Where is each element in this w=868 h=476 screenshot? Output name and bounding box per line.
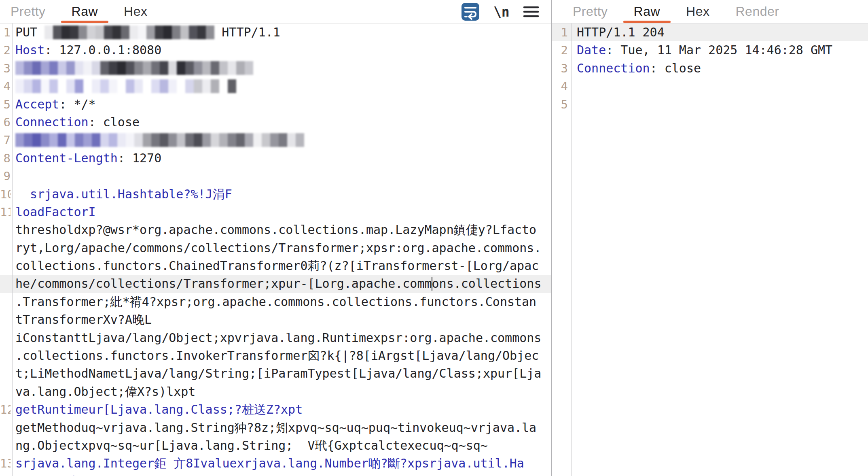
- line-number: 5: [0, 96, 11, 113]
- editor-row[interactable]: 8Content-Length: 1270: [0, 149, 551, 167]
- request-editor[interactable]: 1PUT HTTP/1.12Host: 127.0.0.1:8080345Acc…: [0, 23, 551, 476]
- line-text: [571, 96, 577, 113]
- line-text: loadFactorI: [12, 203, 96, 221]
- line-number: [0, 239, 11, 257]
- editor-row[interactable]: 9: [0, 167, 551, 185]
- editor-row[interactable]: collections.functors.ChainedTransformer0…: [0, 257, 551, 275]
- line-number: 4: [0, 77, 11, 95]
- newline-chars-icon[interactable]: \n: [493, 4, 510, 20]
- tab-pretty-response[interactable]: Pretty: [562, 0, 618, 23]
- line-number: [0, 293, 11, 311]
- response-tabbar: Pretty Raw Hex Render: [552, 0, 868, 23]
- editor-row[interactable]: t;LiMethodNametLjava/lang/String;[iParam…: [0, 365, 551, 382]
- editor-row[interactable]: getMethoduq~vrjava.lang.String狆?8z;矧xpvq…: [0, 419, 551, 437]
- editor-row[interactable]: iConstanttLjava/lang/Object;xpvrjava.lan…: [0, 329, 551, 347]
- tab-render-response[interactable]: Render: [725, 0, 790, 23]
- line-number: 3: [0, 60, 11, 77]
- line-number: 7: [0, 131, 11, 149]
- line-number: [0, 221, 11, 239]
- line-text: Date: Tue, 11 Mar 2025 14:46:28 GMT: [571, 41, 832, 59]
- line-number: [0, 437, 11, 455]
- line-text: Connection: close: [571, 60, 701, 77]
- line-text: [571, 77, 577, 95]
- editor-row[interactable]: he/commons/collections/Transformer;xpur-…: [0, 275, 551, 293]
- line-text: collections.functors.ChainedTransformer0…: [12, 257, 539, 275]
- line-text: va.lang.Object;偉X?s)lxpt: [12, 383, 195, 401]
- gutter-separator: [12, 23, 13, 476]
- line-number: 1: [0, 23, 11, 41]
- tab-hex-request[interactable]: Hex: [113, 0, 158, 23]
- line-number: 3: [552, 60, 568, 77]
- line-number: [0, 347, 11, 365]
- word-wrap-icon[interactable]: [461, 2, 480, 21]
- line-number: [0, 365, 11, 382]
- tab-raw-response[interactable]: Raw: [623, 0, 671, 23]
- editor-row[interactable]: 13srjava.lang.Integer鉅 亣8Ivaluexrjava.la…: [0, 455, 551, 472]
- line-text: .collections.functors.InvokerTransformer…: [12, 347, 539, 365]
- line-text: tTransformerXv?A晚L: [12, 311, 152, 329]
- editor-row[interactable]: 1HTTP/1.1 204: [552, 23, 868, 41]
- line-text: iConstanttLjava/lang/Object;xpvrjava.lan…: [12, 329, 541, 347]
- line-text: .Transformer;紕*褙4?xpsr;org.apache.common…: [12, 293, 536, 311]
- editor-row[interactable]: 4: [552, 77, 868, 95]
- line-number: 6: [0, 113, 11, 131]
- line-number: [0, 311, 11, 329]
- editor-row[interactable]: tTransformerXv?A晚L: [0, 311, 551, 329]
- editor-row[interactable]: 2Host: 127.0.0.1:8080: [0, 41, 551, 59]
- editor-row[interactable]: 1PUT HTTP/1.1: [0, 23, 551, 41]
- line-text: srjava.util.Hashtable?%!J涓F: [12, 185, 232, 203]
- editor-row[interactable]: thresholdxp?@wsr*org.apache.commons.coll…: [0, 221, 551, 239]
- tab-pretty-request[interactable]: Pretty: [0, 0, 56, 23]
- line-number: [0, 473, 11, 476]
- line-number: [0, 419, 11, 437]
- editor-row[interactable]: 2Date: Tue, 11 Mar 2025 14:46:28 GMT: [552, 41, 868, 59]
- request-panel: Pretty Raw Hex \n: [0, 0, 551, 476]
- line-text: ng.Objectxpvq~sq~ur[Ljava.lang.String; V…: [12, 437, 488, 455]
- editor-row[interactable]: ng.Objectxpvq~sq~ur[Ljava.lang.String; V…: [0, 437, 551, 455]
- response-editor[interactable]: 1HTTP/1.1 2042Date: Tue, 11 Mar 2025 14:…: [552, 23, 868, 476]
- line-number: [0, 275, 11, 293]
- line-text: getRuntimeur[Ljava.lang.Class;?桩送Z?xpt: [12, 401, 303, 419]
- line-text: Content-Length: 1270: [12, 149, 161, 167]
- editor-row[interactable]: 7: [0, 131, 551, 149]
- editor-row[interactable]: 5: [552, 96, 868, 113]
- line-text: [12, 167, 15, 185]
- editor-row[interactable]: 10 srjava.util.Hashtable?%!J涓F: [0, 185, 551, 203]
- editor-row[interactable]: 5Accept: */*: [0, 96, 551, 113]
- editor-row[interactable]: 6Connection: close: [0, 113, 551, 131]
- line-number: 2: [0, 41, 11, 59]
- line-number: 12: [0, 401, 11, 419]
- line-number: 2: [552, 41, 568, 59]
- line-text: srjava.lang.Integer鉅 亣8Ivaluexrjava.lang…: [12, 455, 524, 472]
- editor-row[interactable]: .collections.functors.InvokerTransformer…: [0, 347, 551, 365]
- line-number: [0, 383, 11, 401]
- tab-hex-response[interactable]: Hex: [675, 0, 720, 23]
- editor-row[interactable]: ryt,Lorg/apache/commons/collections/Tran…: [0, 239, 551, 257]
- editor-row[interactable]: 3: [0, 60, 551, 77]
- editor-row[interactable]: 11loadFactorI: [0, 203, 551, 221]
- redacted-blur: [15, 133, 304, 147]
- line-text: ryt,Lorg/apache/commons/collections/Tran…: [12, 239, 541, 257]
- menu-icon[interactable]: [523, 6, 539, 18]
- editor-row[interactable]: shMap瑨2`?7: [0, 473, 551, 476]
- editor-row[interactable]: 12getRuntimeur[Ljava.lang.Class;?桩送Z?xpt: [0, 401, 551, 419]
- line-text: Accept: */*: [12, 96, 96, 113]
- line-text: Connection: close: [12, 113, 140, 131]
- redacted-blur: [44, 26, 214, 39]
- line-text: shMap瑨2`?7: [12, 473, 93, 476]
- tab-raw-request[interactable]: Raw: [61, 0, 109, 23]
- response-panel: Pretty Raw Hex Render 1HTTP/1.1 2042Date…: [552, 0, 868, 476]
- line-text: [12, 60, 253, 77]
- editor-row[interactable]: va.lang.Object;偉X?s)lxpt: [0, 383, 551, 401]
- editor-row[interactable]: 4: [0, 77, 551, 95]
- line-text: t;LiMethodNametLjava/lang/String;[iParam…: [12, 365, 541, 382]
- line-number: 13: [0, 455, 11, 472]
- line-number: 4: [552, 77, 568, 95]
- line-text: getMethoduq~vrjava.lang.String狆?8z;矧xpvq…: [12, 419, 536, 437]
- line-text: Host: 127.0.0.1:8080: [12, 41, 161, 59]
- line-text: [12, 131, 304, 149]
- line-number: 8: [0, 149, 11, 167]
- editor-row[interactable]: 3Connection: close: [552, 60, 868, 77]
- line-text: he/commons/collections/Transformer;xpur-…: [12, 275, 541, 293]
- editor-row[interactable]: .Transformer;紕*褙4?xpsr;org.apache.common…: [0, 293, 551, 311]
